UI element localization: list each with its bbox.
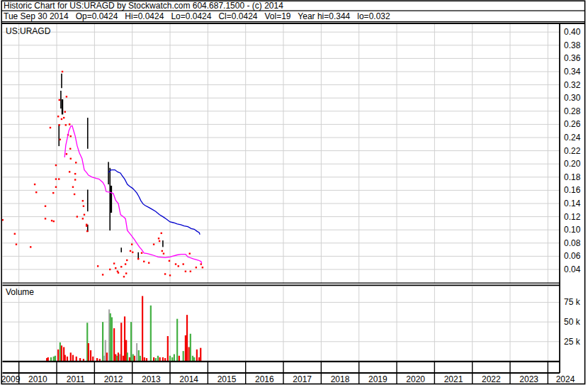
volume-bar	[129, 357, 130, 362]
trade-dot	[14, 233, 16, 235]
trade-dot	[202, 267, 203, 268]
trade-dot	[169, 274, 171, 276]
high-low-bar	[60, 91, 62, 108]
trade-dot	[120, 266, 122, 267]
price-tick-label: 0.10	[564, 225, 581, 235]
volume-bar	[157, 356, 159, 362]
high-low-bar	[87, 189, 89, 211]
year-label: 2011	[67, 374, 85, 384]
high-low-bar	[61, 74, 62, 88]
trade-dot	[132, 252, 133, 253]
price-tick-label: 0.28	[564, 106, 581, 116]
trade-dot	[158, 238, 159, 239]
trade-dot	[141, 252, 142, 254]
volume-bar	[171, 357, 173, 362]
high-low-bar	[58, 124, 60, 146]
volume-bar	[111, 317, 113, 361]
trade-dot	[113, 262, 115, 264]
trade-dot	[200, 263, 202, 264]
volume-tick-label: 25 k	[564, 337, 581, 347]
volume-bar	[127, 352, 128, 361]
volume-bar	[130, 322, 132, 361]
trade-dot	[84, 214, 85, 216]
volume-bar	[153, 357, 154, 362]
price-tick-label: 0.04	[564, 264, 581, 274]
volume-bar	[169, 356, 171, 362]
year-label: 2014	[179, 374, 198, 384]
volume-bar	[150, 306, 152, 362]
trade-dot	[77, 216, 78, 217]
year-label: 2013	[142, 374, 161, 384]
trade-dot	[59, 99, 60, 101]
volume-bar	[138, 350, 140, 362]
volume-bar	[185, 335, 186, 362]
trade-dot	[72, 186, 74, 188]
trade-dot	[102, 274, 103, 275]
trade-dot	[53, 221, 55, 222]
volume-bar	[136, 343, 137, 361]
price-tick-label: 0.26	[564, 119, 581, 129]
year-label: 2023	[519, 374, 538, 384]
trade-dot	[50, 127, 51, 128]
trade-dot	[125, 263, 126, 264]
volume-bar	[200, 348, 201, 362]
price-tick-label: 0.22	[564, 146, 581, 156]
trade-dot	[161, 233, 162, 234]
trade-dot	[52, 192, 54, 194]
volume-bar	[88, 343, 89, 361]
symbol-label: US:URAGD	[6, 26, 50, 36]
price-tick-label: 0.36	[564, 53, 581, 63]
volume-bar	[179, 356, 180, 362]
trade-dot	[62, 71, 63, 72]
year-label: 2019	[368, 374, 388, 384]
trade-dot	[64, 111, 66, 113]
volume-bar	[123, 356, 124, 362]
high-low-bar	[120, 247, 122, 252]
trade-dot	[130, 250, 131, 252]
volume-bar	[53, 357, 55, 362]
trade-dot	[162, 250, 163, 252]
volume-bar	[90, 350, 91, 362]
trade-dot	[45, 206, 46, 207]
volume-pane-label: Volume	[6, 287, 34, 297]
trade-dot	[185, 271, 186, 272]
trade-dot	[182, 263, 183, 264]
price-tick-label: 0.32	[564, 80, 581, 90]
volume-bar	[140, 356, 141, 362]
trade-dot	[109, 269, 111, 270]
trade-dot	[175, 263, 176, 264]
year-label: 2024	[556, 374, 575, 384]
trade-dot	[163, 252, 164, 254]
price-tick-label: 0.06	[564, 251, 581, 261]
volume-bar	[61, 345, 62, 361]
volume-bar	[50, 357, 52, 362]
volume-bar	[92, 357, 94, 362]
volume-bar	[57, 350, 59, 362]
high-low-bar	[87, 118, 89, 149]
volume-bar	[134, 356, 135, 362]
trade-dot	[196, 267, 197, 268]
trade-dot	[51, 220, 52, 221]
high-low-bar	[162, 240, 164, 247]
volume-bar	[60, 342, 61, 362]
volume-bar	[119, 355, 120, 362]
volume-bar	[106, 352, 108, 361]
volume-bar	[105, 340, 106, 362]
year-label: 2021	[444, 374, 463, 384]
trade-dot	[143, 261, 145, 262]
trade-dot	[66, 96, 67, 97]
trade-dot	[69, 123, 70, 125]
year-label: 2016	[255, 374, 274, 384]
volume-bar	[70, 352, 72, 361]
volume-bar	[64, 355, 66, 362]
trade-dot	[34, 184, 35, 185]
trade-dot	[30, 246, 31, 247]
volume-bar	[196, 350, 198, 362]
trade-dot	[153, 243, 154, 245]
trade-dot	[82, 200, 84, 201]
volume-bar	[159, 357, 161, 362]
year-label: 2022	[482, 374, 501, 384]
year-label: 2012	[104, 374, 123, 384]
volume-bar	[55, 356, 56, 362]
volume-bar	[67, 357, 68, 362]
